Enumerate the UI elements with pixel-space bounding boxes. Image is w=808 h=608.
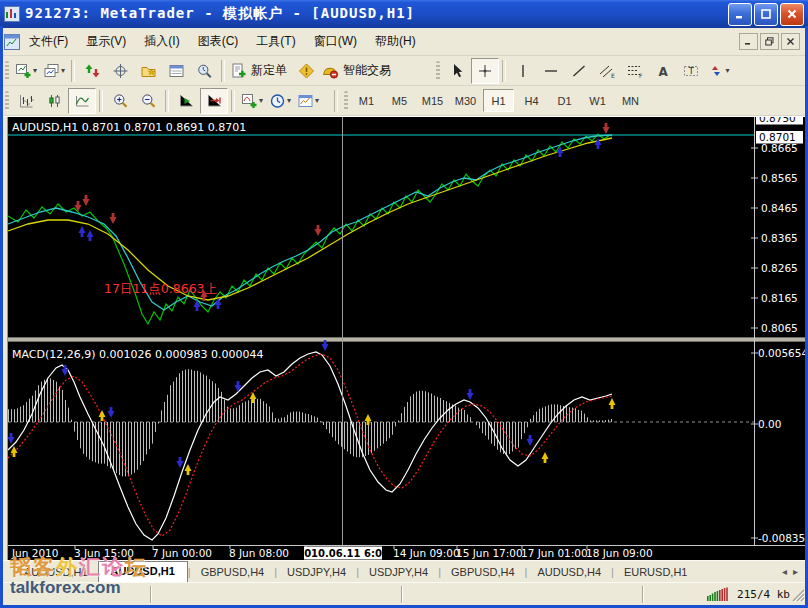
indicators-button[interactable]: ▾	[238, 88, 266, 114]
timeframe-button-m30[interactable]: M30	[450, 89, 481, 112]
periods-button[interactable]: ▾	[266, 88, 294, 114]
maximize-icon	[760, 8, 772, 20]
new-chart-button[interactable]: ▾	[12, 58, 40, 84]
mdi-minimize-button[interactable]	[739, 33, 758, 50]
toolbar-grip[interactable]	[5, 91, 9, 111]
menu-item-h[interactable]: 帮助(H)	[366, 29, 425, 54]
line-chart-button[interactable]	[68, 88, 96, 114]
title-bar: 921273: MetaTrader - 模拟帐户 - [AUDUSD,H1]	[0, 0, 808, 28]
chart-tab-usdjpy-h4[interactable]: USDJPY,H4	[277, 563, 356, 582]
chart-tab-audusd-h1[interactable]: AUDUSD,H1	[98, 561, 188, 582]
new-chart-icon	[15, 63, 32, 79]
menu-item-t[interactable]: 工具(T)	[247, 29, 304, 54]
toolbar-grip[interactable]	[344, 91, 348, 111]
timeframe-button-d1[interactable]: D1	[549, 89, 580, 112]
menu-item-f[interactable]: 文件(F)	[20, 29, 77, 54]
svg-text:7 Jun 00:00: 7 Jun 00:00	[152, 547, 212, 559]
terminal-button[interactable]	[162, 58, 190, 84]
equidistant-channel-button[interactable]: E	[593, 58, 621, 84]
timeframe-button-w1[interactable]: W1	[582, 89, 613, 112]
auto-scroll-icon	[178, 93, 195, 109]
status-panel	[0, 586, 151, 603]
svg-text:2010.06.11 6:00: 2010.06.11 6:00	[297, 548, 389, 559]
standard-toolbar: ▾ ▾	[0, 56, 808, 86]
toolbar-separator	[334, 90, 338, 112]
chart-tab-audusd-h1[interactable]: AUDUSD,H1	[14, 563, 98, 582]
timeframe-button-h1[interactable]: H1	[483, 89, 514, 112]
zoom-in-button[interactable]	[106, 88, 134, 114]
menu-item-i[interactable]: 插入(I)	[135, 29, 188, 54]
tab-scroll-left-icon[interactable]: ◂	[782, 566, 787, 577]
svg-text:17 Jun 01:00: 17 Jun 01:00	[521, 547, 588, 559]
fibonacci-button[interactable]: F	[621, 58, 649, 84]
chart-area[interactable]: 0.86650.85650.84650.83650.82650.81650.80…	[0, 116, 808, 560]
vertical-line-button[interactable]	[509, 58, 537, 84]
timeframe-button-m15[interactable]: M15	[417, 89, 448, 112]
crosshair-button[interactable]	[471, 58, 499, 84]
svg-text:0.00: 0.00	[758, 418, 781, 430]
menu-item-c[interactable]: 图表(C)	[189, 29, 248, 54]
toolbar-separator	[502, 60, 506, 82]
macd-up-arrows	[609, 398, 616, 409]
macd-down-arrows	[177, 457, 184, 468]
auto-scroll-button[interactable]	[172, 88, 200, 114]
new-order-label: 新定单	[248, 62, 290, 79]
zoom-out-icon	[140, 93, 157, 109]
profiles-icon	[43, 63, 60, 79]
cursor-button[interactable]	[443, 58, 471, 84]
chart-shift-button[interactable]	[200, 88, 228, 114]
close-button[interactable]	[780, 3, 804, 26]
navigator-button[interactable]	[134, 58, 162, 84]
timeframe-button-h4[interactable]: H4	[516, 89, 547, 112]
toolbar-grip[interactable]	[5, 61, 9, 81]
data-window-button[interactable]	[106, 58, 134, 84]
tab-scroll-right-icon[interactable]: ▸	[793, 566, 798, 577]
expert-advisors-label: 智能交易	[340, 62, 394, 79]
metaeditor-button[interactable]	[292, 58, 320, 84]
market-watch-button[interactable]	[78, 58, 106, 84]
bar-chart-button[interactable]	[12, 88, 40, 114]
chart-tab-usdjpy-h4[interactable]: USDJPY,H4	[359, 563, 438, 582]
mdi-restore-button[interactable]	[760, 33, 779, 50]
zoom-out-button[interactable]	[134, 88, 162, 114]
candlestick-button[interactable]	[40, 88, 68, 114]
maximize-button[interactable]	[754, 3, 778, 26]
strategy-tester-button[interactable]	[190, 58, 218, 84]
toolbar-grip[interactable]	[436, 61, 440, 81]
menu-item-v[interactable]: 显示(V)	[77, 29, 135, 54]
text-label-button[interactable]: T	[677, 58, 705, 84]
timeframe-button-mn[interactable]: MN	[615, 89, 646, 112]
chart-annotation: 17日11点0.8663上	[104, 281, 218, 296]
cursor-arrow-icon	[449, 63, 465, 79]
vertical-line-icon	[515, 63, 531, 79]
text-button[interactable]: A	[649, 58, 677, 84]
navigator-folder-icon	[140, 63, 157, 79]
arrows-button[interactable]: ▾	[705, 58, 733, 84]
timeframe-button-m1[interactable]: M1	[351, 89, 382, 112]
templates-button[interactable]: ▾	[294, 88, 322, 114]
chevron-down-icon: ▾	[287, 97, 291, 105]
trendline-button[interactable]	[565, 58, 593, 84]
chart-canvas[interactable]: 0.86650.85650.84650.83650.82650.81650.80…	[0, 117, 808, 561]
chart-tab-gbpusd-h4[interactable]: GBPUSD,H4	[191, 563, 275, 582]
mdi-minimize-icon	[744, 37, 753, 46]
indicators-icon	[241, 93, 258, 109]
profiles-button[interactable]: ▾	[40, 58, 68, 84]
macd-down-arrows	[527, 435, 534, 446]
new-order-button[interactable]: 新定单	[228, 58, 292, 84]
chart-tab-eurusd-h1[interactable]: EURUSD,H1	[614, 563, 698, 582]
resize-grip[interactable]	[792, 589, 805, 602]
timeframe-button-m5[interactable]: M5	[384, 89, 415, 112]
tester-magnifier-icon	[196, 63, 213, 79]
minimize-button[interactable]	[728, 3, 752, 26]
crosshair-window-icon	[112, 63, 129, 79]
menu-item-w[interactable]: 窗口(W)	[305, 29, 366, 54]
svg-text:18 Jun 09:00: 18 Jun 09:00	[586, 547, 653, 559]
mdi-controls	[739, 33, 804, 50]
chart-tab-audusd-h4[interactable]: AUDUSD,H4	[527, 563, 611, 582]
mdi-close-button[interactable]	[781, 33, 800, 50]
chart-tab-gbpusd-h4[interactable]: GBPUSD,H4	[441, 563, 525, 582]
expert-advisors-button[interactable]: 智能交易	[320, 58, 396, 84]
horizontal-line-button[interactable]	[537, 58, 565, 84]
svg-text:8 Jun 08:00: 8 Jun 08:00	[229, 547, 289, 559]
